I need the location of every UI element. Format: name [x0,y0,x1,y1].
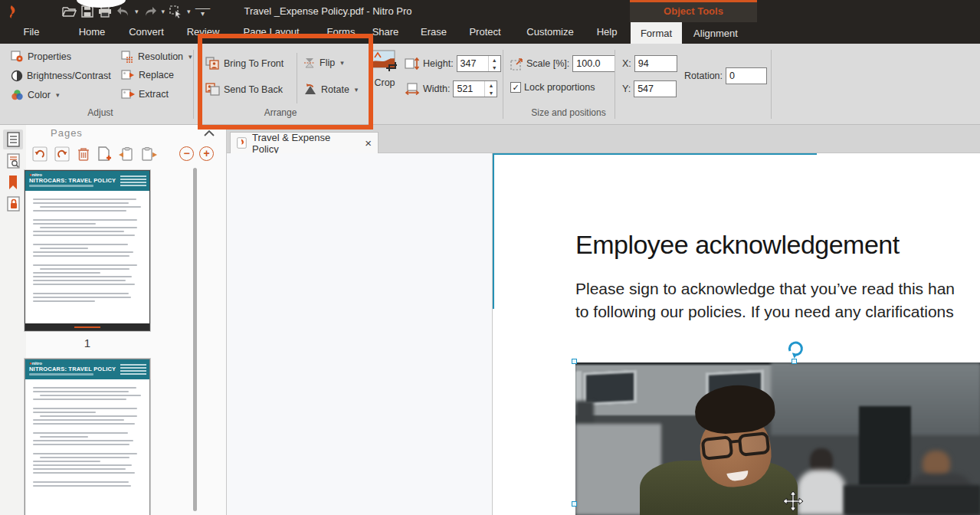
selected-image[interactable] [575,362,980,515]
y-input[interactable] [634,81,676,97]
selection-border-left[interactable] [493,155,494,309]
rotate-page-right-icon[interactable] [54,146,70,162]
y-label: Y: [622,84,631,94]
x-input-box [634,55,677,72]
selection-handle-top-center[interactable] [792,359,797,364]
extract-button[interactable]: Extract [121,89,169,100]
thumbnail-text-line [33,198,136,200]
menu-tab-help[interactable]: Help [597,26,618,38]
document-canvas: Employee acknowledgement Please sign to … [227,153,980,515]
document-heading: Employee acknowledgement [575,230,900,260]
thumbnail-text-line [33,272,100,274]
thumbnail-text-line [33,464,132,466]
selection-handle-middle-left[interactable] [572,501,577,507]
thumbnail-text-line [33,440,133,441]
scale-icon [510,57,523,71]
sidebar-item-bookmarks[interactable] [3,172,23,192]
page-thumbnail-1[interactable]: ●nitro NITROCARS: TRAVEL POLICY [25,170,150,331]
zoom-out-thumbnails-icon[interactable]: − [179,146,194,161]
resolution-button[interactable]: Resolution▾ [121,51,192,63]
thumbnail-header: ●nitro NITROCARS: TRAVEL POLICY [25,359,149,379]
rotation-field: Rotation: [684,67,767,84]
menu-tab-forms[interactable]: Forms [327,26,356,38]
sidebar-item-security[interactable] [3,194,23,214]
scale-field: Scale [%]: [510,55,615,72]
menu-tab-review[interactable]: Review [187,26,220,38]
flip-dropdown-caret: ▾ [340,59,344,67]
customize-quick-access-icon[interactable]: ⸺▾ [195,7,211,16]
height-spinner[interactable]: ▲▼ [488,56,500,71]
rotate-page-left-icon[interactable] [32,146,48,162]
thumbnail-text-line [33,259,142,262]
sidebar-item-pages[interactable] [3,130,23,149]
select-tool-dropdown-caret[interactable]: ▾ [187,8,191,15]
redo-icon[interactable] [143,6,157,17]
thumbnail-text-line [40,457,130,458]
menu-tab-protect[interactable]: Protect [469,26,500,38]
undo-icon[interactable] [116,6,130,17]
flip-button[interactable]: Flip▾ [303,57,344,69]
color-icon [11,89,24,101]
scale-input[interactable] [573,56,615,71]
save-icon[interactable] [81,5,93,18]
width-input[interactable] [454,81,484,97]
resolution-dropdown-caret: ▾ [188,53,192,61]
close-document-icon[interactable]: × [365,136,372,149]
ribbon: Properties Brightness/Contrast Color▾ Re… [0,44,980,125]
brightness-contrast-button[interactable]: Brightness/Contrast [11,70,111,82]
properties-button[interactable]: Properties [11,51,71,63]
collapse-panel-icon[interactable] [204,130,215,136]
size-separator-2 [615,50,615,119]
extract-page-icon[interactable] [141,146,158,162]
send-to-back-button[interactable]: Send To Back [205,83,283,96]
rotate-handle-icon[interactable] [785,339,804,359]
menu-tab-convert[interactable]: Convert [129,26,164,38]
color-dropdown-caret: ▾ [56,91,60,99]
thumbnail-text-line [33,387,136,389]
thumbnail-text-line [33,219,137,221]
color-button[interactable]: Color▾ [11,89,59,101]
select-tool-icon[interactable] [169,5,182,18]
height-input[interactable] [457,56,488,71]
redo-dropdown-caret[interactable]: ▾ [162,8,166,15]
sidebar-icon-strip [0,125,26,515]
sidebar-item-output-preview[interactable] [3,151,23,171]
rotate-button[interactable]: Rotate▾ [303,83,358,96]
lock-proportions-field[interactable]: ✓ Lock proportions [510,82,595,93]
selection-border-top[interactable] [493,153,817,155]
delete-page-icon[interactable] [77,146,90,162]
thumbnail-text-line [33,231,124,232]
insert-page-icon[interactable] [97,146,111,162]
x-input[interactable] [635,56,677,71]
titlebar: Object Tools ▾ ▾ ▾ ⸺▾ Travel _Expense Po… [0,0,980,22]
undo-dropdown-caret[interactable]: ▾ [135,8,139,15]
lock-proportions-checkbox[interactable]: ✓ [510,82,521,93]
menu-tab-home[interactable]: Home [79,26,106,38]
paste-page-icon[interactable] [118,146,134,162]
width-spinner[interactable]: ▲▼ [484,81,497,97]
thumbnail-text-line [40,415,138,417]
thumbnail-text-line [33,402,142,405]
crop-button[interactable]: Crop [369,50,401,88]
bring-to-front-button[interactable]: Bring To Front [205,57,284,70]
menu-tab-share[interactable]: Share [372,26,399,38]
open-file-icon[interactable] [62,6,77,18]
replace-button[interactable]: Replace [121,70,174,80]
page-thumbnail-2[interactable]: ●nitro NITROCARS: TRAVEL POLICY [25,359,150,515]
menu-tab-erase[interactable]: Erase [421,26,447,38]
zoom-in-thumbnails-icon[interactable]: + [199,146,214,161]
rotate-icon [303,83,317,96]
menu-tab-file[interactable]: File [24,26,40,38]
menu-tab-alignment[interactable]: Alignment [686,22,746,44]
menu-tab-page-layout[interactable]: Page Layout [243,26,299,38]
thumbnail-text-line [33,423,135,425]
selection-handle-top-left[interactable] [572,359,577,364]
document-tab[interactable]: Travel & Expense Policy × [230,132,379,153]
y-field: Y: [622,80,677,97]
width-label: Width: [423,84,450,94]
thumbnail-text-line [33,210,126,212]
menu-tab-format[interactable]: Format [631,22,682,44]
pages-scrollbar[interactable] [193,168,197,511]
menu-tab-customize[interactable]: Customize [526,26,573,38]
rotation-input[interactable] [726,68,766,84]
